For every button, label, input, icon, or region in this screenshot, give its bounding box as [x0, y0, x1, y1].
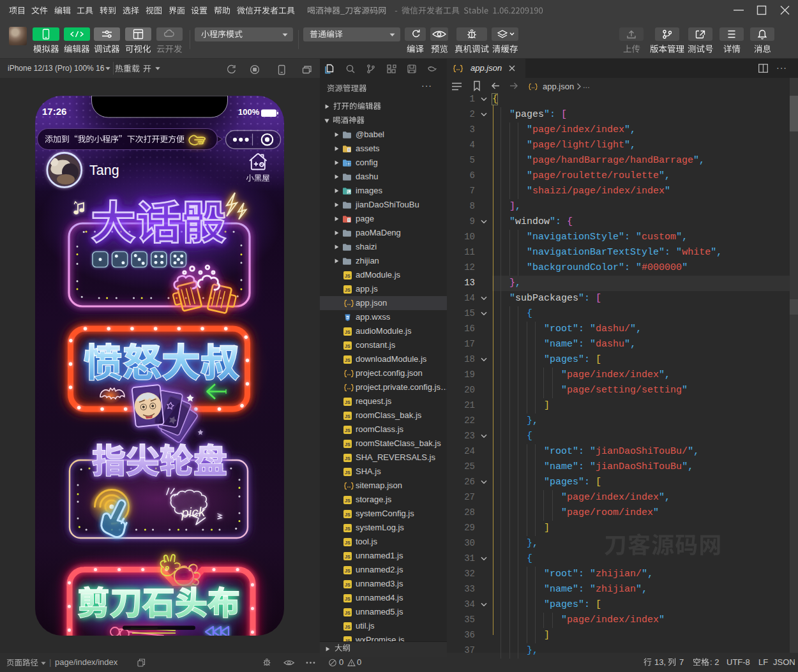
svg-text:JS: JS	[345, 624, 350, 630]
svg-text:JS: JS	[345, 414, 350, 419]
svg-text:Tang: Tang	[89, 163, 119, 178]
svg-text:JS: JS	[345, 540, 350, 546]
svg-text:17:26: 17:26	[42, 106, 66, 117]
svg-text:JS: JS	[345, 610, 350, 616]
svg-text:JS: JS	[345, 273, 350, 279]
svg-text:JS: JS	[345, 329, 350, 335]
svg-text:JS: JS	[345, 582, 350, 588]
svg-text:JS: JS	[345, 357, 350, 363]
svg-text:JS: JS	[345, 568, 350, 574]
svg-text:JS: JS	[345, 399, 350, 405]
svg-text:JS: JS	[345, 470, 350, 475]
svg-text:JS: JS	[345, 554, 350, 560]
svg-text:pick: pick	[180, 504, 206, 520]
svg-text:100%: 100%	[238, 107, 260, 117]
svg-text:JS: JS	[345, 428, 350, 433]
svg-text:JS: JS	[345, 526, 350, 532]
svg-text:JS: JS	[345, 498, 350, 504]
svg-text:JS: JS	[345, 512, 350, 518]
svg-text:JS: JS	[345, 343, 350, 349]
svg-text:JS: JS	[345, 596, 350, 602]
svg-text:JS: JS	[345, 287, 350, 293]
svg-text:JS: JS	[345, 456, 350, 461]
svg-text:JS: JS	[345, 442, 350, 447]
